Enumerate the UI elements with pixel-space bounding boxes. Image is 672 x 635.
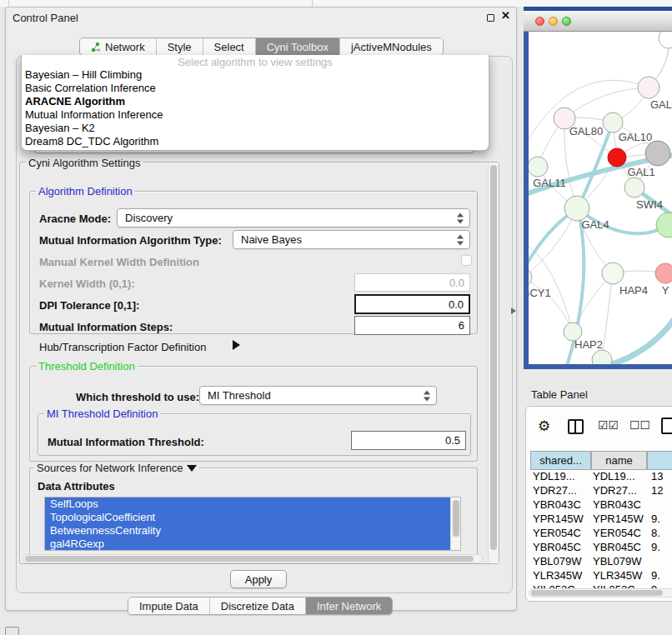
algorithm-option[interactable]: Mutual Information Inference	[22, 108, 489, 122]
attribute-list-item[interactable]: TopologicalCoefficient	[45, 511, 451, 524]
network-node-y[interactable]	[655, 263, 672, 283]
table-row[interactable]: YBL079WYBL079W	[526, 555, 672, 569]
select-all-rows-icon[interactable]: ☑☑	[598, 418, 619, 432]
table-row[interactable]: YLR345WYLR345W9.	[526, 569, 672, 583]
table-row[interactable]: YBR043CYBR043C	[526, 498, 672, 512]
mi-threshold-field[interactable]: 0.5	[351, 431, 466, 450]
network-edge[interactable]	[564, 88, 649, 118]
apply-button[interactable]: Apply	[230, 570, 287, 588]
network-graph[interactable]: GALGAL80GAL10GAL1GAL11SWI4GAL4GCY1HAP4YH…	[529, 32, 672, 364]
table-cell[interactable]: YPR145W	[593, 512, 646, 525]
tab-impute-data[interactable]: Impute Data	[128, 598, 209, 614]
table-row[interactable]: YDL19...YDL19...13	[526, 470, 672, 484]
table-cell[interactable]: YDR27...	[593, 484, 646, 497]
algorithm-option[interactable]: Dream8 DC_TDC Algorithm	[22, 135, 489, 148]
network-node-swi4[interactable]	[624, 178, 644, 198]
network-node-gal10[interactable]	[603, 112, 623, 132]
panel-corner-icon[interactable]	[5, 627, 19, 635]
gear-icon[interactable]: ⚙	[538, 418, 550, 435]
table-cell[interactable]: YBR045C	[593, 541, 646, 553]
network-edge-highlighted[interactable]	[529, 208, 577, 280]
network-node-gal1[interactable]	[608, 148, 626, 167]
sources-group-label[interactable]: Sources for Network Inference	[34, 462, 199, 474]
close-icon[interactable]: ✕	[501, 9, 510, 22]
table-hscroll-thumb[interactable]	[531, 590, 663, 596]
columns-icon[interactable]	[568, 419, 584, 434]
table-cell[interactable]: YER054C	[593, 527, 646, 539]
algorithm-option[interactable]: Bayesian – Hill Climbing	[22, 68, 489, 82]
table-cell[interactable]: YDR27...	[533, 484, 589, 497]
table-cell[interactable]: YLR345W	[593, 569, 646, 582]
table-cell[interactable]: YBR043C	[533, 498, 589, 511]
network-edge[interactable]	[529, 278, 573, 332]
table-cell[interactable]: YDL19...	[533, 470, 589, 482]
tab-jactivemnodules[interactable]: jActiveMNodules	[339, 38, 443, 55]
float-window-icon[interactable]	[487, 14, 494, 22]
dpi-tolerance-field[interactable]: 0.0	[354, 294, 470, 314]
network-node[interactable]	[645, 141, 670, 166]
table-cell[interactable]: 9.	[651, 541, 672, 553]
network-edge[interactable]	[602, 273, 613, 360]
network-node-gal[interactable]	[638, 77, 659, 98]
table-cell[interactable]: 9.	[651, 569, 672, 582]
tab-cyni-toolbox[interactable]: Cyni Toolbox	[255, 38, 339, 55]
which-threshold-combo[interactable]: MI Threshold	[199, 386, 437, 405]
mi-steps-field[interactable]: 6	[354, 316, 470, 335]
column-header-name[interactable]: name	[591, 451, 647, 470]
network-node[interactable]	[592, 350, 612, 364]
network-node-gal11[interactable]	[529, 157, 548, 177]
table-cell[interactable]: YBL079W	[533, 555, 589, 568]
attribute-list-item[interactable]: gal4RGexp	[45, 538, 451, 551]
table-cell[interactable]: YPR145W	[533, 512, 589, 525]
network-node-hap4[interactable]	[602, 262, 624, 284]
settings-hscroll-thumb[interactable]	[25, 556, 474, 562]
algorithm-option[interactable]: Basic Correlation Inference	[22, 82, 489, 95]
expand-arrow-icon[interactable]	[233, 340, 240, 350]
tab-network[interactable]: Network	[80, 38, 156, 55]
table-cell[interactable]: 12	[651, 484, 672, 497]
table-row[interactable]: YER054CYER054C8.	[526, 527, 672, 541]
network-window-titlebar[interactable]	[524, 11, 672, 32]
tab-select[interactable]: Select	[203, 38, 255, 55]
table-cell[interactable]: YBR043C	[593, 498, 646, 511]
tab-infer-network[interactable]: Infer Network	[305, 598, 392, 614]
aracne-mode-combo[interactable]: Discovery	[117, 208, 470, 228]
table-cell[interactable]: YDL19...	[593, 470, 646, 482]
data-attributes-list[interactable]: SelfLoopsTopologicalCoefficientBetweenne…	[44, 497, 461, 551]
table-cell[interactable]: 9.	[651, 512, 672, 525]
minimize-traffic-light-icon[interactable]	[549, 17, 558, 26]
hub-definition-label[interactable]: Hub/Transcription Factor Definition	[39, 341, 206, 353]
network-node[interactable]	[656, 212, 672, 238]
network-canvas[interactable]: GALGAL80GAL10GAL1GAL11SWI4GAL4GCY1HAP4YH…	[529, 32, 672, 364]
table-row[interactable]: YDR27...YDR27...12	[526, 484, 672, 498]
table-cell[interactable]: YBR045C	[533, 541, 589, 553]
settings-vscroll-thumb[interactable]	[490, 165, 497, 550]
mi-type-combo[interactable]: Naive Bayes	[233, 230, 470, 249]
export-table-icon[interactable]	[661, 418, 672, 434]
attribute-list-item[interactable]: SelfLoops	[45, 498, 451, 511]
close-traffic-light-icon[interactable]	[535, 17, 544, 26]
tab-discretize-data[interactable]: Discretize Data	[209, 598, 305, 614]
table-row[interactable]: YBR045CYBR045C9.	[526, 541, 672, 555]
table-cell[interactable]: 8.	[651, 527, 672, 539]
algorithm-option[interactable]: ARACNE Algorithm	[22, 95, 489, 108]
algorithm-option[interactable]: Bayesian – K2	[22, 122, 489, 135]
table-horizontal-scrollbar[interactable]	[529, 588, 672, 598]
table-cell[interactable]: YBL079W	[593, 555, 646, 568]
attributes-vscroll-thumb[interactable]	[453, 500, 459, 537]
splitter-arrow-icon[interactable]	[511, 308, 516, 314]
network-node[interactable]	[659, 32, 672, 48]
table-cell[interactable]: YLR345W	[533, 569, 589, 582]
table-cell[interactable]: YER054C	[533, 527, 589, 539]
network-node-gal4[interactable]	[564, 196, 589, 221]
table-cell[interactable]: 13	[651, 470, 672, 482]
tab-style[interactable]: Style	[156, 38, 203, 55]
zoom-traffic-light-icon[interactable]	[562, 17, 571, 26]
table-row[interactable]: YPR145WYPR145W9.	[526, 512, 672, 527]
column-header-3[interactable]	[647, 451, 672, 470]
attribute-list-item[interactable]: BetweennessCentrality	[45, 524, 451, 538]
settings-horizontal-scrollbar[interactable]	[23, 554, 483, 563]
column-header-shared[interactable]: shared...	[530, 451, 591, 470]
settings-vertical-scrollbar[interactable]	[488, 162, 499, 563]
attributes-vertical-scrollbar[interactable]	[450, 498, 460, 550]
